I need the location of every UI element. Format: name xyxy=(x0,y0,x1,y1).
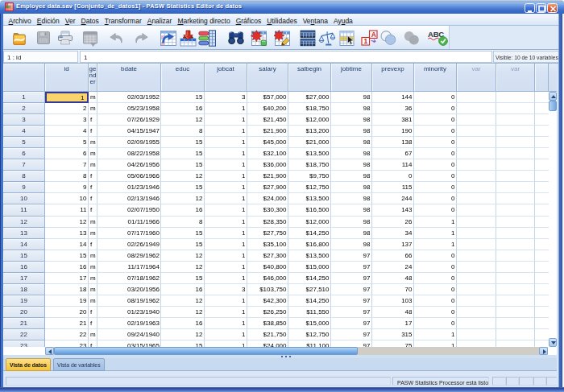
svg-text:1: 1 xyxy=(364,37,368,45)
svg-text:A: A xyxy=(371,31,376,39)
